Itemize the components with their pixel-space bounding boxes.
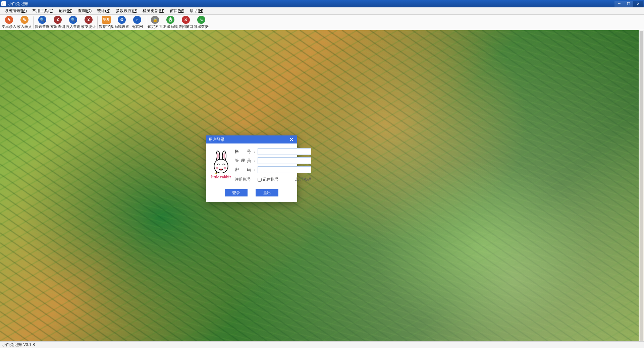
admin-label: 管理员 (235, 158, 251, 164)
toolbar-separator (97, 16, 98, 28)
toolbar-label: 收支统计 (81, 24, 96, 29)
minimize-button[interactable]: ━ (614, 1, 624, 7)
toolbar-dict-button[interactable]: 字典数据字典 (99, 15, 114, 30)
toolbar-label: 数据字典 (99, 24, 114, 29)
admin-input[interactable] (258, 157, 311, 164)
toolbar-export-button[interactable]: ↘导出数据 (194, 15, 209, 30)
vertical-scrollbar[interactable] (639, 30, 644, 341)
status-text: 小白兔记账 V3.1.8 (2, 342, 35, 348)
menu-u[interactable]: 检测更新(U) (140, 7, 167, 14)
close-icon: ✕ (182, 16, 190, 24)
login-logo: little rabbit (210, 148, 232, 181)
export-icon: ↘ (197, 16, 205, 24)
chart-icon: ¥ (85, 16, 93, 24)
exit-button[interactable]: 退出 (256, 189, 278, 196)
login-dialog-title: 用户登录 (209, 137, 288, 142)
pencil-icon: ✎ (5, 16, 13, 24)
menu-t[interactable]: 常用工具(T) (30, 7, 56, 14)
statusbar: 小白兔记账 V3.1.8 (0, 341, 644, 348)
toolbar: ✎支出录入✎收入录入🔍快速查询¥支出查询🔍收入查询¥收支统计字典数据字典⚙系统设… (0, 15, 644, 30)
login-brand-text: little rabbit (211, 175, 231, 180)
toolbar-separator (33, 16, 34, 28)
menu-q[interactable]: 查询(Q) (75, 7, 94, 14)
svg-point-5 (216, 167, 219, 169)
remember-label: 记住帐号 (263, 177, 279, 182)
password-label: 密 码 (235, 167, 251, 173)
menu-s[interactable]: 统计(S) (94, 7, 113, 14)
toolbar-label: 收入查询 (66, 24, 80, 29)
toolbar-label: 支出查询 (50, 24, 65, 29)
search-fast-icon: 🔍 (38, 16, 46, 24)
login-form: 帐 号： 管理员： 密 码： 注册帐号 记住帐号 (235, 148, 311, 182)
toolbar-label: 收入录入 (17, 24, 32, 29)
dict-icon: 字典 (102, 16, 111, 24)
login-dialog-close-icon[interactable]: ✕ (288, 136, 294, 142)
toolbar-pencil-button[interactable]: ✎支出录入 (1, 15, 17, 30)
home-icon: ⌂ (133, 16, 141, 24)
menu-p[interactable]: 参数设置(P) (113, 7, 140, 14)
password-input[interactable] (258, 166, 311, 173)
toolbar-folder-button[interactable]: ✎收入录入 (17, 15, 32, 30)
toolbar-power-button[interactable]: ⏻退出系统 (163, 15, 178, 30)
toolbar-search-plus-button[interactable]: 🔍收入查询 (65, 15, 81, 30)
account-label: 帐 号 (235, 149, 251, 155)
toolbar-label: 锁定界面 (148, 24, 162, 29)
search-yen-icon: ¥ (54, 16, 62, 24)
titlebar: ▢ 小白兔记账 ━ ☐ ✕ (0, 0, 644, 7)
toolbar-separator (146, 16, 146, 28)
svg-point-2 (217, 153, 219, 159)
window-close-button[interactable]: ✕ (633, 1, 643, 7)
toolbar-search-yen-button[interactable]: ¥支出查询 (50, 15, 65, 30)
folder-icon: ✎ (20, 16, 29, 24)
toolbar-label: 支出录入 (2, 24, 16, 29)
app-icon: ▢ (1, 1, 6, 6)
login-button[interactable]: 登录 (225, 189, 248, 196)
toolbar-close-button[interactable]: ✕关闭窗口 (178, 15, 194, 30)
rabbit-icon (210, 150, 232, 176)
svg-point-3 (223, 153, 225, 159)
menu-h[interactable]: 帮助(H) (187, 7, 206, 14)
toolbar-label: 兔官网 (132, 24, 143, 29)
menu-m[interactable]: 系统管理(M) (2, 7, 30, 14)
toolbar-label: 导出数据 (194, 24, 209, 29)
menu-w[interactable]: 窗口(W) (167, 7, 187, 14)
window-controls: ━ ☐ ✕ (614, 1, 643, 7)
toolbar-gear-button[interactable]: ⚙系统设置 (114, 15, 129, 30)
toolbar-home-button[interactable]: ⌂兔官网 (129, 15, 145, 30)
maximize-button[interactable]: ☐ (624, 1, 633, 7)
main-workspace: 用户登录 ✕ little rabbit (0, 30, 644, 341)
toolbar-chart-button[interactable]: ¥收支统计 (81, 15, 96, 30)
toolbar-lock-button[interactable]: 🔒锁定界面 (147, 15, 163, 30)
toolbar-label: 关闭窗口 (178, 24, 193, 29)
lock-icon: 🔒 (151, 16, 159, 24)
register-link[interactable]: 注册帐号 (235, 177, 251, 182)
login-dialog: 用户登录 ✕ little rabbit (206, 135, 297, 202)
toolbar-label: 退出系统 (163, 24, 178, 29)
remember-checkbox-input[interactable] (258, 178, 262, 182)
search-plus-icon: 🔍 (69, 16, 77, 24)
account-input[interactable] (258, 148, 311, 155)
toolbar-search-fast-button[interactable]: 🔍快速查询 (35, 15, 50, 30)
toolbar-label: 快速查询 (35, 24, 50, 29)
login-dialog-header[interactable]: 用户登录 ✕ (206, 135, 297, 143)
toolbar-label: 系统设置 (114, 24, 129, 29)
window-title: 小白兔记账 (8, 1, 614, 7)
remember-checkbox[interactable]: 记住帐号 (258, 177, 279, 182)
menu-r[interactable]: 记账(R) (56, 7, 75, 14)
gear-icon: ⚙ (118, 16, 126, 24)
power-icon: ⏻ (166, 16, 174, 24)
svg-point-4 (214, 159, 228, 173)
svg-point-6 (224, 167, 226, 169)
forgot-link[interactable]: 忘记密码 (295, 177, 311, 182)
menubar: 系统管理(M)常用工具(T)记账(R)查询(Q)统计(S)参数设置(P)检测更新… (0, 7, 644, 15)
